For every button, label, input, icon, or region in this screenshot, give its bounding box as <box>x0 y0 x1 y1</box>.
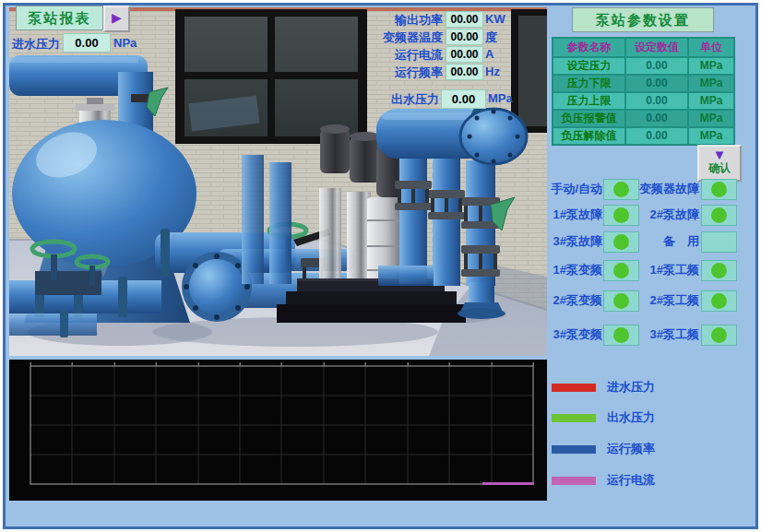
legend-label: 运行电流 <box>607 473 655 488</box>
inverter-fault-label: 变频器故障 <box>639 179 699 199</box>
param-value[interactable]: 0.00 <box>625 92 688 110</box>
status-dot <box>613 327 629 343</box>
outlet-pressure-value: 0.00 <box>441 89 486 109</box>
param-value[interactable]: 0.00 <box>625 110 688 127</box>
param-unit: MPa <box>688 127 734 145</box>
pump2-mains-label: 2#泵工频 <box>639 290 699 311</box>
param-name: 负压解除值 <box>553 127 625 145</box>
run-current-label: 运行电流 <box>332 47 443 64</box>
status-dot <box>613 263 629 278</box>
status-dot <box>711 263 727 278</box>
run-current-unit: A <box>485 47 493 61</box>
inverter-temp-value: 00.00 <box>446 29 483 45</box>
pump1-fault-label: 1#泵故障 <box>547 205 602 225</box>
trend-chart <box>9 360 547 501</box>
pump2-vfd-lamp <box>603 290 639 312</box>
spare-label: 备 用 <box>639 231 699 252</box>
param-name: 负压报警值 <box>553 110 625 127</box>
param-unit: MPa <box>688 92 734 110</box>
pump1-vfd-lamp <box>603 260 639 281</box>
report-play-icon[interactable]: ▶ <box>103 6 130 32</box>
run-frequency-value: 00.00 <box>446 64 483 80</box>
run-frequency-label: 运行频率 <box>332 65 443 81</box>
pump2-vfd-label: 2#泵变频 <box>547 290 602 311</box>
param-name: 压力下限 <box>553 75 625 92</box>
col-header-param: 参数名称 <box>553 38 625 57</box>
status-dot <box>613 207 629 223</box>
status-dot <box>711 182 727 197</box>
window-small <box>511 9 547 133</box>
indicator-row: 3#泵变频 3#泵工频 <box>551 325 741 345</box>
pump1-fault-lamp <box>603 205 639 226</box>
settings-panel-title: 泵站参数设置 <box>572 7 714 32</box>
pump2-fault-label: 2#泵故障 <box>639 205 699 225</box>
indicator-row: 1#泵故障 2#泵故障 <box>551 205 741 225</box>
pump3-fault-lamp <box>603 231 639 253</box>
manual-auto-label: 手动/自动 <box>547 179 602 199</box>
pump3-vfd-label: 3#泵变频 <box>547 325 602 345</box>
confirm-button[interactable]: ▼ 确认 <box>697 145 742 182</box>
status-dot <box>711 234 727 250</box>
inlet-pressure-label: 进水压力 <box>12 36 60 53</box>
pump1-vfd-label: 1#泵变频 <box>547 260 602 280</box>
confirm-arrow-icon: ▼ <box>699 148 740 161</box>
status-dot <box>613 182 629 197</box>
status-dot <box>711 207 727 223</box>
legend-swatch <box>552 414 596 422</box>
param-unit: MPa <box>688 75 734 92</box>
legend-label: 出水压力 <box>607 410 655 425</box>
pump3-fault-label: 3#泵故障 <box>547 231 602 252</box>
current-trace <box>482 482 534 485</box>
inverter-temp-unit: 度 <box>485 30 497 46</box>
inlet-pressure-unit: NPa <box>113 36 137 50</box>
output-power-unit: KW <box>485 12 505 26</box>
pump2-fault-lamp <box>701 205 737 226</box>
status-dot <box>711 327 727 343</box>
pump3-mains-lamp <box>701 325 737 346</box>
trend-chart-grid <box>9 360 547 501</box>
manual-auto-lamp <box>603 179 639 200</box>
settings-table: 参数名称 设定数值 单位 设定压力 0.00 MPa 压力下限 0.00 MPa… <box>552 37 735 146</box>
output-power-label: 输出功率 <box>332 12 443 29</box>
col-header-unit: 单位 <box>688 38 734 57</box>
indicator-row: 1#泵变频 1#泵工频 <box>551 260 741 280</box>
legend-label: 运行频率 <box>607 442 655 456</box>
col-header-value: 设定数值 <box>625 38 688 57</box>
output-power-value: 00.00 <box>446 11 483 28</box>
inverter-fault-lamp <box>701 179 737 200</box>
run-current-value: 00.00 <box>446 46 483 63</box>
outlet-pressure-label: 出水压力 <box>376 91 439 108</box>
inverter-temp-label: 变频器温度 <box>332 30 443 46</box>
pump1-mains-label: 1#泵工频 <box>639 260 699 280</box>
param-value[interactable]: 0.00 <box>625 57 688 75</box>
param-unit: MPa <box>688 57 734 75</box>
legend-swatch <box>552 477 596 485</box>
status-dot <box>613 293 629 309</box>
status-dot <box>613 234 629 250</box>
legend-swatch <box>552 445 596 454</box>
indicator-row: 2#泵变频 2#泵工频 <box>551 290 741 311</box>
param-unit: MPa <box>688 110 734 127</box>
param-value[interactable]: 0.00 <box>625 127 688 145</box>
pump-station-hmi-screen: 泵站报表 ▶ 进水压力 0.00 NPa 输出功率 00.00 KW 变频器温度… <box>0 0 761 532</box>
legend-label: 进水压力 <box>607 380 655 395</box>
status-dot <box>711 293 727 309</box>
run-frequency-unit: Hz <box>485 65 500 78</box>
pump2-mains-lamp <box>701 290 737 312</box>
param-value[interactable]: 0.00 <box>625 75 688 92</box>
pump3-mains-label: 3#泵工频 <box>639 325 699 345</box>
report-button[interactable]: 泵站报表 <box>16 6 103 30</box>
legend-swatch <box>552 384 596 392</box>
indicator-row: 手动/自动 变频器故障 <box>551 179 741 199</box>
pump3-vfd-lamp <box>603 325 639 346</box>
confirm-label: 确认 <box>699 161 740 175</box>
spare-lamp <box>701 231 737 253</box>
indicator-row: 3#泵故障 备 用 <box>551 231 741 252</box>
param-name: 压力上限 <box>553 92 625 110</box>
param-name: 设定压力 <box>553 57 625 75</box>
pump1-mains-lamp <box>701 260 737 281</box>
inlet-pressure-value: 0.00 <box>63 33 111 53</box>
outlet-pressure-unit: MPa <box>488 91 513 105</box>
